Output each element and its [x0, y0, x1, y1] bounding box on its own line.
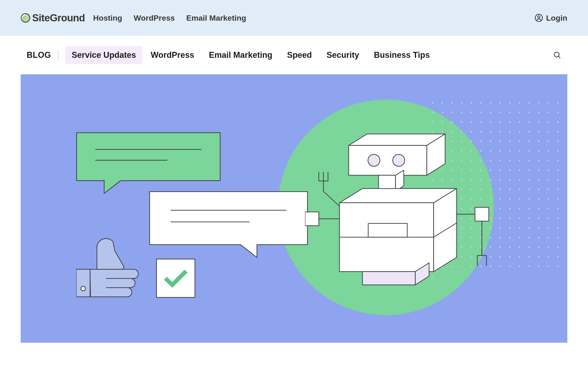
svg-rect-14: [349, 145, 427, 175]
tab-email-marketing[interactable]: Email Marketing: [203, 46, 279, 64]
tab-security[interactable]: Security: [320, 46, 366, 64]
chat-bubble-green: [76, 132, 221, 181]
bubble-text-lines: [95, 149, 201, 161]
tab-wordpress[interactable]: WordPress: [144, 46, 200, 64]
user-circle-icon: [535, 14, 543, 22]
tab-service-updates[interactable]: Service Updates: [65, 46, 142, 64]
nav-item-hosting[interactable]: Hosting: [93, 14, 122, 23]
svg-rect-10: [76, 269, 90, 297]
nav-item-email-marketing[interactable]: Email Marketing: [186, 14, 246, 23]
svg-point-15: [368, 154, 380, 166]
site-logo[interactable]: SiteGround: [21, 12, 85, 24]
svg-line-29: [323, 191, 339, 206]
top-navigation-bar: SiteGround Hosting WordPress Email Marke…: [0, 0, 588, 36]
svg-point-3: [554, 52, 559, 57]
checkmark-box: [156, 259, 195, 298]
svg-line-4: [559, 56, 561, 58]
checkmark-icon: [163, 268, 188, 289]
svg-point-16: [393, 154, 405, 166]
blog-subnav: BLOG Service Updates WordPress Email Mar…: [0, 36, 588, 74]
tab-business-tips[interactable]: Business Tips: [367, 46, 436, 64]
blog-category-tabs: Service Updates WordPress Email Marketin…: [65, 46, 436, 64]
nav-item-wordpress[interactable]: WordPress: [134, 14, 175, 23]
svg-rect-21: [368, 223, 407, 237]
chat-bubble-white: [149, 191, 308, 245]
vertical-divider: [58, 50, 58, 60]
svg-point-2: [538, 16, 540, 18]
blog-label: BLOG: [27, 50, 51, 60]
robot-illustration: [305, 116, 493, 304]
login-link[interactable]: Login: [535, 14, 567, 23]
svg-rect-24: [305, 212, 319, 226]
svg-point-11: [81, 286, 86, 291]
logo-text: SiteGround: [32, 12, 85, 24]
search-icon[interactable]: [553, 51, 561, 59]
login-label: Login: [546, 14, 567, 23]
tab-speed[interactable]: Speed: [281, 46, 318, 64]
primary-nav: Hosting WordPress Email Marketing: [93, 14, 246, 23]
logo-mark-icon: [21, 13, 30, 23]
svg-rect-31: [475, 207, 489, 221]
thumbs-up-icon: [76, 233, 154, 301]
svg-rect-22: [363, 272, 415, 285]
hero-illustration: [21, 74, 567, 343]
